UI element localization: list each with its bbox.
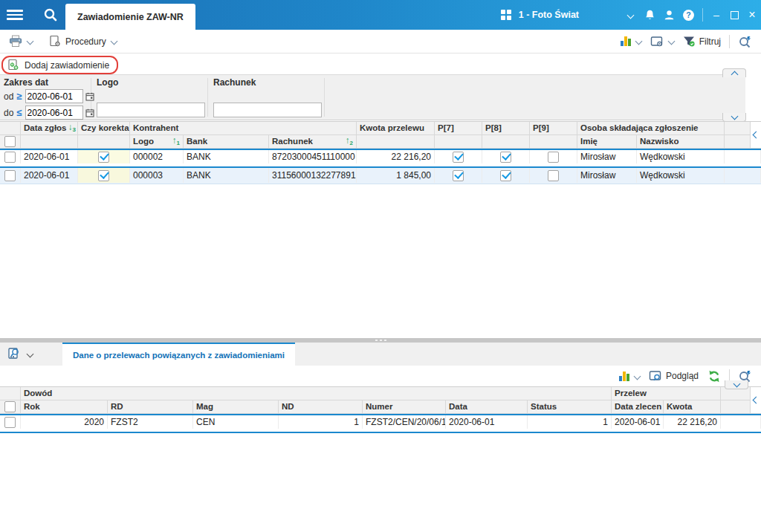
column-header-bank[interactable]: Bank	[184, 135, 269, 149]
bottom-chart-button[interactable]	[615, 369, 644, 383]
header-cell	[0, 122, 21, 135]
less-equal-icon: ≤	[16, 107, 22, 118]
podglad-button[interactable]: Podgląd	[644, 368, 703, 384]
close-button[interactable]: ×	[743, 0, 761, 30]
p7-checkbox[interactable]	[453, 170, 464, 181]
cell-data-zglos: 2020-06-01	[21, 168, 78, 183]
p7-checkbox[interactable]	[453, 152, 464, 163]
date-to-input[interactable]	[25, 106, 83, 120]
column-header-data-zglos[interactable]: Data zgłos ↓3	[21, 122, 78, 135]
bell-icon	[644, 9, 656, 22]
column-header-mag[interactable]: Mag	[193, 400, 279, 414]
add-notification-button[interactable]: Dodaj zawiadomienie	[25, 60, 109, 71]
czy-korekta-checkbox[interactable]	[98, 170, 109, 181]
company-selector-label[interactable]: 1 - Foto Świat	[519, 10, 579, 20]
sort-asc-indicator: ↑1	[172, 137, 180, 147]
bottom-tab-strip: Dane o przelewach powiązanych z zawiadom…	[0, 343, 761, 366]
czy-korekta-checkbox[interactable]	[98, 152, 109, 163]
chart-button[interactable]	[616, 34, 646, 48]
column-header-p9[interactable]: P[9]	[530, 122, 577, 135]
column-header-numer[interactable]: Numer	[363, 400, 446, 414]
collapse-side-panel-button[interactable]	[750, 122, 761, 148]
rachunek-filter-label: Rachunek	[213, 77, 256, 88]
rachunek-filter-input[interactable]	[213, 103, 322, 117]
calendar-icon[interactable]	[85, 92, 94, 101]
preview-icon	[649, 370, 662, 382]
row-checkbox[interactable]	[4, 170, 16, 181]
cell-rachunek: 31156000132277891	[269, 168, 357, 183]
user-button[interactable]	[659, 0, 679, 30]
cell-data: 2020-06-01	[446, 415, 528, 429]
help-button[interactable]: ?	[679, 0, 698, 30]
global-search-button[interactable]	[36, 0, 65, 30]
calendar-icon[interactable]	[85, 108, 94, 117]
maximize-button[interactable]	[725, 0, 743, 30]
p8-checkbox[interactable]	[500, 152, 511, 163]
column-group-przelew: Przelew	[612, 387, 721, 400]
cell-kwota: 1 845,00	[357, 168, 435, 183]
chevron-down-icon	[626, 11, 634, 19]
page-title: Zawiadomienie ZAW-NR	[77, 12, 184, 22]
hamburger-menu-button[interactable]	[0, 0, 30, 30]
zakres-dat-label: Zakres dat	[4, 77, 48, 88]
column-header-kwota[interactable]: Kwota	[664, 400, 721, 414]
column-header-data-zlecenia[interactable]: Data zlecen ↓	[612, 400, 664, 414]
chevron-down-icon	[635, 38, 642, 45]
procedury-button[interactable]: Procedury	[45, 33, 121, 50]
column-header-data[interactable]: Data	[446, 400, 528, 414]
column-group-osoba: Osoba składająca zgłoszenie	[577, 122, 725, 135]
select-all-cell	[0, 135, 21, 149]
row-checkbox[interactable]	[4, 417, 16, 428]
view-settings-icon	[650, 36, 664, 48]
quick-search-button[interactable]	[734, 33, 757, 51]
column-header-p8[interactable]: P[8]	[482, 122, 530, 135]
refresh-icon	[707, 370, 721, 383]
column-header-kwota-przelewu[interactable]: Kwota przelewu	[357, 122, 435, 135]
tab-zawiadomienie-zaw-nr[interactable]: Zawiadomienie ZAW-NR	[65, 4, 195, 30]
column-header-status[interactable]: Status	[528, 400, 612, 414]
select-all-checkbox[interactable]	[4, 401, 16, 412]
print-button[interactable]	[4, 33, 37, 50]
column-header-logo[interactable]: Logo ↑1	[130, 135, 184, 149]
p8-checkbox[interactable]	[500, 170, 511, 181]
cell-rok: 2020	[21, 415, 108, 429]
minimize-button[interactable]: –	[707, 0, 725, 30]
table-row[interactable]: 2020-06-01 000003 BANK 31156000132277891…	[0, 168, 761, 184]
view-settings-button[interactable]	[646, 33, 679, 50]
select-all-checkbox[interactable]	[4, 136, 16, 147]
analysis-menu-button[interactable]	[3, 345, 37, 363]
table-row[interactable]: 2020-06-01 000002 BANK 87203000451110000…	[0, 149, 761, 168]
refresh-button[interactable]	[703, 368, 725, 385]
quick-search-icon	[738, 35, 752, 48]
notifications-button[interactable]	[640, 0, 659, 30]
p9-checkbox[interactable]	[548, 170, 559, 181]
filtruj-button[interactable]: Filtruj	[679, 33, 725, 49]
row-checkbox[interactable]	[4, 152, 16, 163]
company-dropdown-button[interactable]	[621, 0, 640, 30]
logo-filter-label: Logo	[97, 77, 118, 88]
cell-numer: FZST2/CEN/20/06/1	[363, 415, 446, 429]
column-header-imie[interactable]: Imię	[577, 135, 637, 149]
collapse-side-panel-button[interactable]	[750, 387, 761, 413]
collapse-bottom-header-button[interactable]	[725, 380, 748, 389]
apps-grid-icon[interactable]	[501, 10, 511, 20]
column-header-nazwisko[interactable]: Nazwisko	[637, 135, 725, 149]
od-label: od	[4, 91, 13, 102]
chevron-down-icon	[731, 112, 738, 120]
column-header-nd[interactable]: ND	[279, 400, 363, 414]
column-header-czy-korekta[interactable]: Czy korekta	[78, 122, 130, 135]
column-header-p7[interactable]: P[7]	[435, 122, 482, 135]
p9-checkbox[interactable]	[548, 152, 559, 163]
column-header-rd[interactable]: RD	[108, 400, 193, 414]
cell-logo: 000002	[130, 150, 184, 163]
column-header-rok[interactable]: Rok	[21, 400, 108, 414]
filter-panel: Zakres dat od ≥ do ≤ Logo Rachunek	[0, 74, 745, 120]
collapse-filter-up-button[interactable]	[722, 68, 746, 77]
table-row[interactable]: 2020 FZST2 CEN 1 FZST2/CEN/20/06/1 2020-…	[0, 414, 761, 433]
logo-filter-input[interactable]	[97, 103, 205, 117]
date-from-input[interactable]	[25, 89, 83, 103]
chart-icon	[621, 36, 631, 46]
column-header-rachunek[interactable]: Rachunek ↑2	[269, 135, 357, 149]
tab-dane-o-przelewach[interactable]: Dane o przelewach powiązanych z zawiadom…	[62, 343, 295, 366]
divider	[324, 78, 325, 117]
